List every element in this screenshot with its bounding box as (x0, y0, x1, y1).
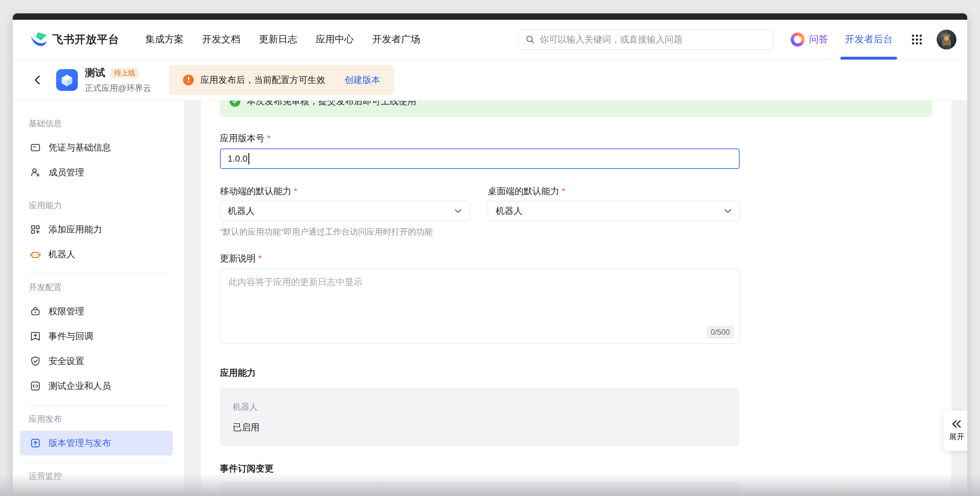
capability-selects-row: 移动端的默认能力* 机器人 桌面端的默认能力* (220, 185, 740, 221)
check-circle-icon (229, 101, 240, 107)
expand-panel-button[interactable]: 展开 (943, 410, 967, 451)
event-callback-icon (30, 331, 41, 342)
app-icon (56, 69, 78, 91)
event-subscription-box (220, 481, 740, 496)
nav-link-marketplace[interactable]: 开发者广场 (372, 33, 420, 46)
sidebar-item-events[interactable]: 事件与回调 (20, 324, 173, 349)
publish-arrow-icon (30, 438, 41, 448)
sidebar-item-label: 成员管理 (48, 166, 84, 178)
capability-name: 机器人 (233, 401, 727, 412)
version-input[interactable]: 1.0.0 (220, 149, 740, 169)
required-asterisk: * (562, 186, 565, 196)
permission-lock-icon (30, 306, 41, 317)
required-asterisk: * (267, 133, 270, 143)
sidebar-section-dev-config: 开发配置 (13, 281, 184, 293)
sidebar-item-label: 事件与回调 (48, 330, 93, 342)
member-add-icon (30, 167, 41, 178)
nav-links: 集成方案 开发文档 更新日志 应用中心 开发者广场 (145, 33, 420, 46)
sidebar-section-capabilities: 应用能力 (13, 199, 184, 211)
sidebar-section-monitoring: 运营监控 (13, 470, 184, 482)
window-title-bar (13, 13, 967, 20)
update-notes-textarea[interactable] (220, 269, 739, 343)
desktop-capability-value: 机器人 (496, 205, 522, 217)
double-chevron-left-icon (951, 420, 962, 428)
required-asterisk: * (294, 186, 298, 196)
warning-icon: ! (183, 75, 194, 86)
warning-text: 应用发布后，当前配置方可生效 (200, 74, 325, 86)
expand-label: 展开 (949, 432, 964, 442)
app-subtitle: 正式应用@环界云 (85, 83, 151, 94)
app-grid-icon[interactable] (910, 33, 923, 46)
app-name: 测试 (85, 66, 105, 80)
platform-logo[interactable]: 飞书开放平台 (30, 31, 119, 48)
nav-link-changelog[interactable]: 更新日志 (259, 33, 297, 46)
sidebar-item-permissions[interactable]: 权限管理 (20, 299, 173, 324)
update-notes-field: 0/500 (220, 269, 740, 344)
tab-developer-console[interactable]: 开发者后台 (845, 20, 892, 59)
version-value: 1.0.0 (228, 154, 247, 164)
feishu-logo-icon (30, 31, 47, 48)
sidebar-item-label: 凭证与基础信息 (48, 141, 111, 154)
text-caret (248, 153, 249, 164)
id-card-icon (30, 142, 41, 153)
global-search[interactable] (519, 29, 773, 50)
create-version-link[interactable]: 创建版本 (344, 74, 380, 86)
nav-link-docs[interactable]: 开发文档 (202, 33, 240, 46)
sidebar-divider (26, 274, 170, 274)
sidebar-item-add-capability[interactable]: 添加应用能力 (20, 217, 173, 242)
search-input[interactable] (540, 35, 767, 45)
publish-warning-banner: ! 应用发布后，当前配置方可生效 创建版本 (169, 65, 394, 95)
code-box-icon (30, 381, 41, 391)
desktop-capability-select[interactable]: 机器人 (488, 201, 740, 221)
sidebar-item-credentials[interactable]: 凭证与基础信息 (20, 135, 173, 160)
main-region: 基础信息 凭证与基础信息 (13, 101, 967, 496)
qa-label: 问答 (809, 33, 828, 46)
sidebar-item-label: 机器人 (48, 248, 75, 261)
sidebar-section-release: 应用发布 (13, 413, 184, 425)
sidebar-item-test-org[interactable]: 测试企业和人员 (20, 374, 173, 399)
event-subscription-heading: 事件订阅变更 (220, 463, 740, 475)
mobile-capability-value: 机器人 (228, 205, 255, 217)
content-panel: 本次发布免审核，提交发布后即可上线使用 应用版本号* 1.0.0 移动端的默认能… (201, 101, 951, 496)
sidebar-item-label: 权限管理 (48, 305, 84, 318)
sidebar-divider (26, 463, 170, 463)
user-avatar[interactable] (937, 30, 956, 49)
capability-status: 已启用 (233, 421, 727, 434)
sidebar-item-version-release[interactable]: 版本管理与发布 (20, 431, 173, 456)
version-form: 应用版本号* 1.0.0 移动端的默认能力* 机器人 (220, 132, 740, 496)
nav-link-app-center[interactable]: 应用中心 (316, 33, 354, 46)
grid-add-icon (30, 224, 41, 235)
sidebar: 基础信息 凭证与基础信息 (13, 101, 184, 496)
desktop-capability-field: 桌面端的默认能力* 机器人 (488, 185, 740, 221)
sidebar-item-members[interactable]: 成员管理 (20, 160, 173, 185)
mobile-capability-select[interactable]: 机器人 (220, 201, 470, 221)
review-free-banner: 本次发布免审核，提交发布后即可上线使用 (220, 101, 932, 117)
sidebar-item-label: 添加应用能力 (48, 223, 102, 235)
char-counter: 0/500 (706, 326, 734, 339)
sidebar-item-label: 测试企业和人员 (48, 380, 111, 392)
qa-gradient-ring-icon (791, 32, 805, 46)
update-notes-label: 更新说明* (220, 252, 740, 265)
sidebar-item-label: 安全设置 (48, 355, 84, 367)
nav-link-integration[interactable]: 集成方案 (145, 33, 184, 46)
chevron-down-icon (454, 209, 462, 213)
sidebar-divider (26, 405, 170, 406)
back-button[interactable] (30, 73, 45, 87)
robot-icon (30, 249, 41, 260)
search-icon (525, 35, 535, 45)
sidebar-section-basic-info: 基础信息 (13, 117, 184, 129)
sidebar-item-security[interactable]: 安全设置 (20, 349, 173, 374)
app-capability-heading: 应用能力 (220, 367, 740, 379)
desktop-capability-label: 桌面端的默认能力* (488, 185, 740, 198)
top-navigation: 飞书开放平台 集成方案 开发文档 更新日志 应用中心 开发者广场 问答 (13, 20, 967, 59)
sidebar-item-label: 版本管理与发布 (48, 437, 111, 449)
sidebar-item-bot[interactable]: 机器人 (20, 242, 173, 267)
shield-check-icon (30, 356, 41, 367)
qa-link[interactable]: 问答 (791, 32, 828, 46)
developer-console-label: 开发者后台 (845, 33, 892, 46)
nav-right-cluster: 问答 开发者后台 (519, 20, 956, 59)
app-capability-box: 机器人 已启用 (220, 387, 740, 447)
mobile-capability-label: 移动端的默认能力* (220, 185, 470, 198)
app-header: 测试 待上线 正式应用@环界云 ! 应用发布后，当前配置方可生效 创建版本 (13, 59, 967, 101)
status-badge: 待上线 (110, 68, 139, 78)
